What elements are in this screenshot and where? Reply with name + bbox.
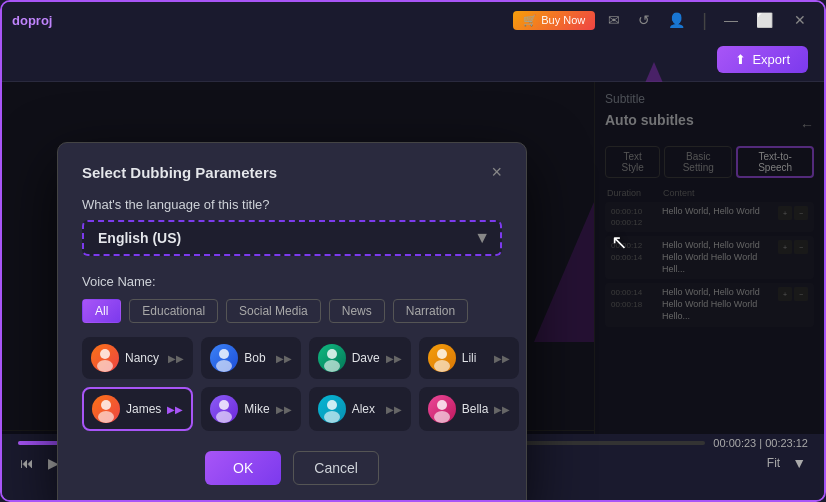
svg-point-7: [434, 360, 450, 372]
voice-play-nancy[interactable]: ▶▶: [168, 353, 184, 364]
voice-item-mike[interactable]: Mike ▶▶: [201, 387, 300, 431]
voice-avatar-bob: [210, 344, 238, 372]
svg-point-15: [434, 411, 450, 423]
voice-play-james[interactable]: ▶▶: [167, 404, 183, 415]
voice-item-nancy[interactable]: Nancy ▶▶: [82, 337, 193, 379]
buy-now-button[interactable]: 🛒 Buy Now: [513, 11, 595, 30]
voice-play-alex[interactable]: ▶▶: [386, 404, 402, 415]
svg-point-5: [324, 360, 340, 372]
voice-item-bob[interactable]: Bob ▶▶: [201, 337, 300, 379]
voice-avatar-nancy: [91, 344, 119, 372]
cancel-button[interactable]: Cancel: [293, 451, 379, 485]
prev-button[interactable]: ⏮: [18, 453, 36, 473]
voice-avatar-dave: [318, 344, 346, 372]
svg-point-0: [100, 349, 110, 359]
refresh-icon-button[interactable]: ↺: [633, 10, 655, 30]
app-logo: doproj: [12, 13, 52, 28]
voice-name-nancy: Nancy: [125, 351, 162, 365]
time-display: 00:00:23 | 00:23:12: [713, 437, 808, 449]
svg-point-4: [327, 349, 337, 359]
app-window: doproj 🛒 Buy Now ✉ ↺ 👤 | — ⬜ ✕ ⬆ Export: [0, 0, 826, 502]
filter-tab-educational[interactable]: Educational: [129, 299, 218, 323]
language-select-wrapper: English (US) English (UK) Spanish French…: [82, 220, 502, 256]
language-select[interactable]: English (US) English (UK) Spanish French…: [82, 220, 502, 256]
voice-play-mike[interactable]: ▶▶: [276, 404, 292, 415]
voice-filter-tabs: All Educational Social Media News Narrat…: [82, 299, 502, 323]
voice-play-bob[interactable]: ▶▶: [276, 353, 292, 364]
dialog-title: Select Dubbing Parameters: [82, 164, 277, 181]
language-question-label: What's the language of this title?: [82, 197, 502, 212]
svg-point-11: [216, 411, 232, 423]
voice-avatar-mike: [210, 395, 238, 423]
voice-avatar-lili: [428, 344, 456, 372]
voice-name-dave: Dave: [352, 351, 380, 365]
svg-point-8: [101, 400, 111, 410]
main-area: Subtitle Auto subitles ← Text Style Basi…: [2, 82, 824, 434]
svg-point-3: [216, 360, 232, 372]
title-bar-right: 🛒 Buy Now ✉ ↺ 👤 | — ⬜ ✕: [513, 10, 814, 31]
cart-icon: 🛒: [523, 14, 537, 27]
voice-play-lili[interactable]: ▶▶: [494, 353, 510, 364]
svg-point-1: [97, 360, 113, 372]
voice-name-lili: Lili: [462, 351, 489, 365]
voice-item-alex[interactable]: Alex ▶▶: [309, 387, 411, 431]
voice-item-lili[interactable]: Lili ▶▶: [419, 337, 520, 379]
filter-tab-social-media[interactable]: Social Media: [226, 299, 321, 323]
ok-button[interactable]: OK: [205, 451, 281, 485]
user-icon-button[interactable]: 👤: [663, 10, 690, 30]
filter-tab-all[interactable]: All: [82, 299, 121, 323]
voice-name-bob: Bob: [244, 351, 269, 365]
filter-tab-news[interactable]: News: [329, 299, 385, 323]
voice-item-dave[interactable]: Dave ▶▶: [309, 337, 411, 379]
title-bar: doproj 🛒 Buy Now ✉ ↺ 👤 | — ⬜ ✕: [2, 2, 824, 38]
dialog-footer: OK Cancel: [82, 451, 502, 485]
mail-icon-button[interactable]: ✉: [603, 10, 625, 30]
voice-play-dave[interactable]: ▶▶: [386, 353, 402, 364]
voice-name-james: James: [126, 402, 161, 416]
maximize-button[interactable]: ⬜: [751, 10, 778, 30]
svg-point-6: [437, 349, 447, 359]
filter-tab-narration[interactable]: Narration: [393, 299, 468, 323]
minimize-button[interactable]: —: [719, 10, 743, 30]
svg-point-13: [324, 411, 340, 423]
fit-dropdown-button[interactable]: ▼: [790, 453, 808, 473]
voice-item-bella[interactable]: Bella ▶▶: [419, 387, 520, 431]
fit-label: Fit: [767, 456, 780, 470]
dubbing-parameters-dialog: Select Dubbing Parameters × What's the l…: [57, 142, 527, 502]
voice-name-label: Voice Name:: [82, 274, 502, 289]
voice-grid: Nancy ▶▶ Bob ▶▶: [82, 337, 502, 431]
voice-avatar-bella: [428, 395, 456, 423]
svg-point-9: [98, 411, 114, 423]
voice-name-bella: Bella: [462, 402, 489, 416]
voice-name-alex: Alex: [352, 402, 380, 416]
window-close-button[interactable]: ✕: [786, 10, 814, 30]
dialog-header: Select Dubbing Parameters ×: [82, 163, 502, 181]
voice-avatar-james: [92, 395, 120, 423]
dialog-close-button[interactable]: ×: [491, 163, 502, 181]
svg-point-2: [219, 349, 229, 359]
svg-point-12: [327, 400, 337, 410]
title-bar-left: doproj: [12, 13, 52, 28]
svg-point-14: [437, 400, 447, 410]
voice-play-bella[interactable]: ▶▶: [494, 404, 510, 415]
voice-name-mike: Mike: [244, 402, 269, 416]
svg-point-10: [219, 400, 229, 410]
voice-avatar-alex: [318, 395, 346, 423]
voice-item-james[interactable]: James ▶▶: [82, 387, 193, 431]
